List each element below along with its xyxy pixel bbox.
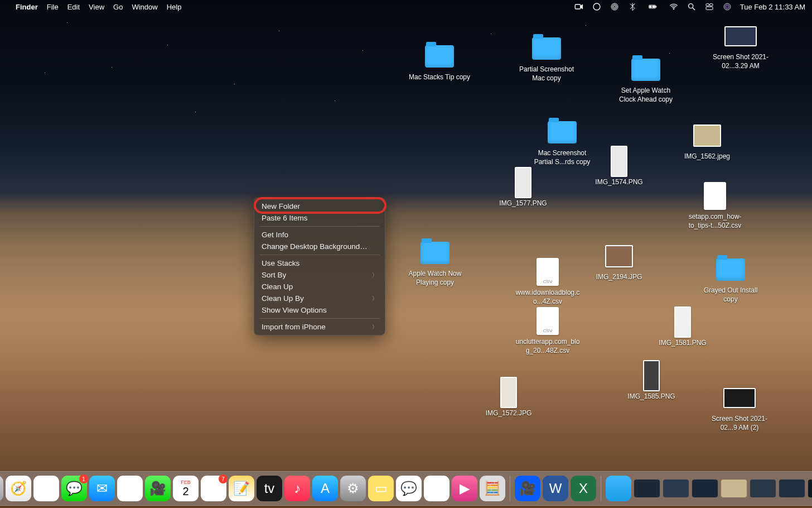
creative-cloud-icon[interactable]: [592, 2, 602, 12]
svg-point-3: [612, 4, 617, 9]
dock-app-calculator[interactable]: 🧮: [480, 476, 505, 501]
context-menu-item-get-info[interactable]: Get Info: [254, 229, 385, 241]
dock-app-cleanapp[interactable]: ▶: [452, 476, 477, 501]
facetime-status-icon[interactable]: [574, 2, 584, 12]
context-menu-item-clean-up[interactable]: Clean Up: [254, 281, 385, 293]
desktop-item[interactable]: Partial Screenshot Mac copy: [513, 35, 580, 83]
dock-app-launchpad[interactable]: ⊞: [0, 476, 3, 501]
context-menu-item-change-desktop-background[interactable]: Change Desktop Background…: [254, 241, 385, 252]
settings-icon: ⚙: [347, 481, 359, 496]
desktop-item[interactable]: IMG_1562.jpeg: [674, 122, 741, 161]
svg-line-10: [693, 8, 695, 10]
dock-app-chrome[interactable]: ◉: [33, 476, 59, 501]
desktop-item-label: unclutterapp.com_blog_20...48Z.csv: [514, 338, 581, 355]
context-menu-item-import-from-iphone[interactable]: Import from iPhone〉: [254, 321, 385, 333]
desktop-item-label: Apple Watch Now Playing copy: [402, 270, 468, 287]
wifi-icon[interactable]: [669, 2, 679, 12]
battery-icon[interactable]: [645, 2, 661, 12]
menu-edit[interactable]: Edit: [67, 3, 80, 11]
desktop-item[interactable]: CSVwww.idownloadblog.co...4Z.csv: [514, 258, 581, 306]
dock-app-safari[interactable]: 🧭: [6, 476, 31, 501]
dock-app-messages[interactable]: 💬1: [61, 476, 87, 501]
menu-go[interactable]: Go: [113, 3, 123, 11]
chevron-right-icon: 〉: [372, 271, 378, 279]
context-menu-item-clean-up-by[interactable]: Clean Up By〉: [254, 293, 385, 304]
dock-app-word[interactable]: W: [543, 476, 568, 501]
svg-rect-12: [709, 4, 712, 6]
image-file-icon: [724, 22, 757, 50]
dock-app-notes[interactable]: 📝: [229, 476, 254, 501]
dock-app-facetime[interactable]: 🎥: [145, 476, 171, 501]
dock-app-reminders[interactable]: ☰7: [201, 476, 226, 501]
dock-app-zoom[interactable]: 🎥: [515, 476, 540, 501]
dock-app-calendar[interactable]: FEB2: [173, 476, 199, 501]
calculator-icon: 🧮: [484, 481, 501, 496]
desktop-item[interactable]: Set Apple Watch Clock Ahead copy: [612, 56, 679, 104]
dock-minimized-window[interactable]: [779, 480, 805, 497]
svg-point-2: [613, 6, 616, 8]
desktop-item[interactable]: Screen Shot 2021-02...3.29 AM: [707, 22, 774, 70]
safari-icon: 🧭: [10, 481, 27, 496]
dock-app-messenger[interactable]: 💬: [396, 476, 422, 501]
dock-app-slack[interactable]: ⁂: [424, 476, 450, 501]
dock-app-music[interactable]: ♪: [284, 476, 310, 501]
menu-view[interactable]: View: [89, 3, 104, 11]
desktop-item-label: Grayed Out Install copy: [697, 286, 764, 304]
dock-minimized-window[interactable]: [721, 480, 747, 497]
desktop-item[interactable]: setapp.com_how-to_tips-t...50Z.csv: [682, 182, 748, 230]
context-menu-item-paste-6-items[interactable]: Paste 6 Items: [254, 212, 385, 224]
dock-app-appstore[interactable]: A: [312, 476, 338, 501]
dock-app-photos[interactable]: ❀: [117, 476, 143, 501]
desktop-item-label: www.idownloadblog.co...4Z.csv: [514, 289, 581, 306]
context-menu-item-show-view-options[interactable]: Show View Options: [254, 304, 385, 316]
desktop-item[interactable]: Apple Watch Now Playing copy: [402, 239, 468, 287]
context-menu-item-use-stacks[interactable]: Use Stacks: [254, 257, 385, 269]
bluetooth-icon[interactable]: [627, 2, 637, 12]
siri-icon[interactable]: [722, 2, 732, 12]
menu-help[interactable]: Help: [167, 3, 182, 11]
menu-file[interactable]: File: [47, 3, 59, 11]
tv-icon: tv: [264, 481, 275, 496]
context-menu-item-sort-by[interactable]: Sort By〉: [254, 269, 385, 281]
dock-minimized-window[interactable]: [663, 480, 689, 497]
dock-downloads-folder[interactable]: [606, 476, 631, 501]
desktop-item[interactable]: IMG_1577.PNG: [490, 169, 557, 208]
desktop-icons-area[interactable]: Mac Stacks Tip copyPartial Screenshot Ma…: [0, 0, 812, 508]
context-menu-item-new-folder[interactable]: New Folder: [254, 200, 385, 212]
datetime[interactable]: Tue Feb 2 11:33 AM: [740, 3, 805, 11]
desktop-item[interactable]: IMG_1572.JPG: [475, 378, 542, 418]
csv-file-icon: CSV: [531, 258, 564, 286]
image-file-icon: [666, 308, 699, 336]
airplay-icon[interactable]: [610, 2, 620, 12]
desktop-item[interactable]: CSVunclutterapp.com_blog_20...48Z.csv: [514, 307, 581, 355]
dock-app-tv[interactable]: tv: [257, 476, 282, 501]
spotlight-icon[interactable]: [687, 2, 697, 12]
context-menu-label: Clean Up: [262, 282, 293, 291]
menu-window[interactable]: Window: [132, 3, 157, 11]
app-name[interactable]: Finder: [16, 3, 38, 11]
desktop-item[interactable]: Screen Shot 2021-02...9 AM (2): [706, 384, 773, 432]
desktop-item[interactable]: IMG_1585.PNG: [618, 362, 685, 401]
dock-minimized-window[interactable]: [750, 480, 776, 497]
control-center-icon[interactable]: [704, 2, 714, 12]
dock-app-settings[interactable]: ⚙: [340, 476, 366, 501]
image-file-icon: [492, 378, 525, 406]
chevron-right-icon: 〉: [372, 323, 378, 331]
desktop-item[interactable]: IMG_2194.JPG: [586, 242, 652, 282]
messages-icon: 💬: [66, 481, 83, 496]
desktop-item-label: Screen Shot 2021-02...3.29 AM: [707, 53, 774, 70]
dock-app-stickies[interactable]: ▭: [368, 476, 394, 501]
desktop-item[interactable]: IMG_1581.PNG: [649, 308, 716, 348]
desktop-item[interactable]: IMG_1574.PNG: [586, 147, 652, 187]
dock-app-excel[interactable]: X: [571, 476, 596, 501]
desktop-item[interactable]: Grayed Out Install copy: [697, 256, 764, 304]
desktop-item[interactable]: Mac Stacks Tip copy: [406, 42, 473, 82]
svg-point-1: [593, 3, 600, 10]
folder-icon: [629, 56, 663, 84]
dock-minimized-window[interactable]: [692, 480, 718, 497]
dock-minimized-window[interactable]: [808, 480, 812, 497]
zoom-icon: 🎥: [519, 481, 536, 496]
dock-app-mail[interactable]: ✉: [89, 476, 115, 501]
context-menu-label: Paste 6 Items: [262, 214, 308, 222]
dock-minimized-window[interactable]: [634, 480, 660, 497]
